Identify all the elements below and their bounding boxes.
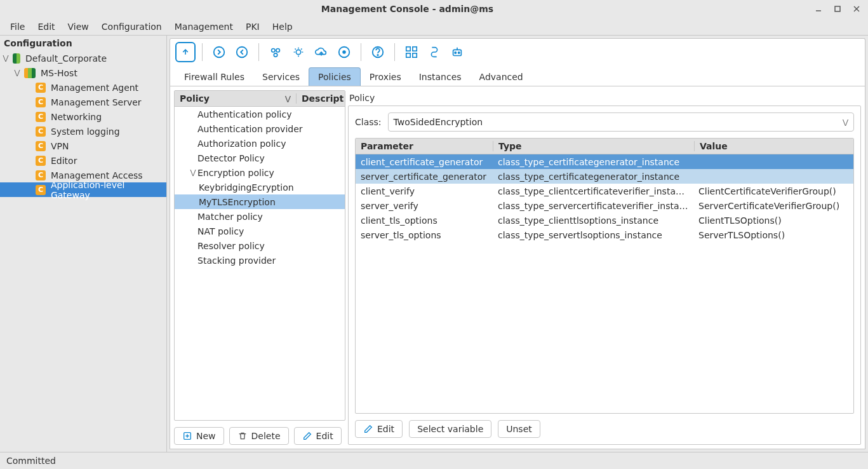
col-value[interactable]: Value <box>694 141 853 151</box>
cloud-upload-icon[interactable] <box>311 42 331 62</box>
circle-dot-icon[interactable] <box>334 42 354 62</box>
table-row[interactable]: client_verifyclass_type_clientcertificat… <box>356 184 853 198</box>
tree-component[interactable]: CManagement Agent <box>0 80 166 95</box>
col-param[interactable]: Parameter <box>356 141 493 151</box>
table-row[interactable]: client_tls_optionsclass_type_clienttlsop… <box>356 213 853 228</box>
table-row[interactable]: client_certificate_generatorclass_type_c… <box>356 154 853 169</box>
tree-component[interactable]: CNetworking <box>0 109 166 124</box>
site-icon <box>13 53 20 64</box>
eye-gear-icon[interactable] <box>265 42 286 62</box>
chevron-down-icon[interactable]: ⋁ <box>1 54 10 62</box>
policy-row-label: KeybridgingEcryption <box>199 182 294 193</box>
menu-file[interactable]: File <box>4 20 31 34</box>
menu-pki[interactable]: PKI <box>239 20 266 34</box>
tab-instances[interactable]: Instances <box>410 68 471 86</box>
toolbar <box>170 38 865 65</box>
statusbar: Committed <box>0 452 868 469</box>
gear-arrows-icon[interactable] <box>288 42 309 62</box>
policy-row-label: Authorization policy <box>197 139 286 149</box>
up-arrow-box-icon[interactable] <box>175 42 196 62</box>
right-panel: Firewall Rules Services Policies Proxies… <box>167 36 868 452</box>
chevron-down-icon[interactable]: ⋁ <box>13 69 22 77</box>
tree-component-label: Application-level Gateway <box>48 180 166 200</box>
select-variable-button[interactable]: Select variable <box>409 420 491 438</box>
menu-management[interactable]: Management <box>168 20 239 34</box>
policy-row[interactable]: Matcher policy <box>175 209 345 224</box>
tree-component[interactable]: CVPN <box>0 139 166 153</box>
close-button[interactable] <box>849 2 864 16</box>
titlebar: Management Console - admin@ms <box>0 0 868 18</box>
new-button[interactable]: New <box>174 427 224 445</box>
tree-component[interactable]: CEditor <box>0 153 166 168</box>
edit-button-label: Edit <box>316 431 333 441</box>
policy-header-label: Policy <box>180 93 210 104</box>
tab-advanced[interactable]: Advanced <box>471 68 532 86</box>
policy-row[interactable]: Authorization policy <box>175 136 345 151</box>
col-type[interactable]: Type <box>493 141 694 151</box>
minimize-button[interactable] <box>811 2 826 16</box>
table-row[interactable]: server_tls_optionsclass_type_servertlsop… <box>356 228 853 242</box>
delete-button[interactable]: Delete <box>229 427 289 445</box>
policy-row[interactable]: KeybridgingEcryption <box>175 180 345 194</box>
svg-point-11 <box>343 51 345 53</box>
cell-param: client_verify <box>356 186 493 196</box>
table-row[interactable]: server_verifyclass_type_servercertificat… <box>356 198 853 213</box>
tab-firewall-rules[interactable]: Firewall Rules <box>175 68 253 86</box>
menu-configuration[interactable]: Configuration <box>95 20 168 34</box>
policy-row[interactable]: Detector Policy <box>175 151 345 165</box>
circle-arrow-left-icon[interactable] <box>232 42 252 62</box>
svg-point-20 <box>458 52 460 53</box>
robot-icon[interactable] <box>447 42 467 62</box>
policy-list-header: Policy ⋁ Descript <box>175 91 345 107</box>
tab-policies[interactable]: Policies <box>309 67 361 86</box>
class-combobox[interactable]: TwoSidedEncryption ⋁ <box>388 112 854 132</box>
policy-row[interactable]: ⋁Encryption policy <box>175 165 345 180</box>
table-row[interactable]: server_certificate_generatorclass_type_c… <box>356 169 853 184</box>
tree-component-label: Networking <box>48 112 102 122</box>
policy-header-cell[interactable]: Policy ⋁ <box>175 93 296 104</box>
tree-component[interactable]: CManagement Server <box>0 95 166 109</box>
policy-list-actions: New Delete Edit <box>174 421 344 445</box>
component-icon: C <box>36 170 46 180</box>
policy-section-label: Policy <box>348 90 861 105</box>
tree-component[interactable]: CSystem logging <box>0 124 166 139</box>
policy-detail: Policy Class: TwoSidedEncryption ⋁ Param… <box>348 90 861 445</box>
tree-host-label: MS-Host <box>38 68 77 78</box>
component-icon: C <box>36 112 46 122</box>
class-value: TwoSidedEncryption <box>394 117 483 127</box>
policy-row-label: Encryption policy <box>197 168 274 178</box>
tab-proxies[interactable]: Proxies <box>361 68 410 86</box>
policy-row[interactable]: Authentication policy <box>175 107 345 121</box>
cell-param: client_certificate_generator <box>356 157 493 167</box>
menu-view[interactable]: View <box>62 20 95 34</box>
edit-button[interactable]: Edit <box>294 427 342 445</box>
snake-icon[interactable] <box>424 42 444 62</box>
tree-site-label: Default_Corporate <box>23 53 107 64</box>
policy-row-label: Stacking provider <box>197 255 276 266</box>
unset-button[interactable]: Unset <box>498 420 540 438</box>
policy-row[interactable]: MyTLSEncryption <box>175 194 345 209</box>
component-icon: C <box>36 83 46 93</box>
help-circle-icon[interactable] <box>368 42 388 62</box>
dashboard-icon[interactable] <box>401 42 422 62</box>
cell-param: client_tls_options <box>356 215 493 226</box>
config-tree[interactable]: ⋁ Default_Corporate ⋁ MS-Host CManagemen… <box>0 51 166 452</box>
circle-arrow-right-icon[interactable] <box>209 42 229 62</box>
policy-row[interactable]: Authentication provider <box>175 121 345 136</box>
policy-row[interactable]: Resolver policy <box>175 238 345 253</box>
policy-row[interactable]: NAT policy <box>175 224 345 238</box>
maximize-button[interactable] <box>830 2 845 16</box>
policy-row[interactable]: Stacking provider <box>175 253 345 268</box>
chevron-down-icon[interactable]: ⋁ <box>189 168 197 177</box>
tree-host[interactable]: ⋁ MS-Host <box>0 65 166 80</box>
param-table[interactable]: Parameter Type Value client_certificate_… <box>355 138 854 414</box>
host-icon <box>24 68 36 78</box>
tab-services[interactable]: Services <box>253 68 309 86</box>
tree-component[interactable]: CApplication-level Gateway <box>0 182 166 197</box>
menu-edit[interactable]: Edit <box>31 20 61 34</box>
detail-edit-button[interactable]: Edit <box>355 420 403 438</box>
tree-site[interactable]: ⋁ Default_Corporate <box>0 51 166 65</box>
desc-header-cell[interactable]: Descript <box>296 93 345 104</box>
policy-row-label: Resolver policy <box>197 241 265 251</box>
menu-help[interactable]: Help <box>266 20 299 34</box>
